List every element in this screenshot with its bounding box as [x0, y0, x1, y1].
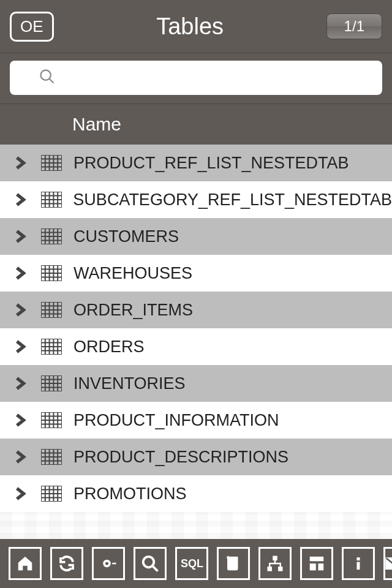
- search-icon: [39, 68, 56, 88]
- svg-text:SQL: SQL: [181, 557, 203, 570]
- table-grid-icon: [37, 228, 66, 244]
- table-name: WAREHOUSES: [74, 264, 192, 283]
- structure-button[interactable]: [258, 547, 292, 580]
- table-grid-icon: [37, 155, 66, 171]
- table-name: SUBCATEGORY_REF_LIST_NESTEDTAB: [73, 190, 392, 209]
- table-row[interactable]: SUBCATEGORY_REF_LIST_NESTEDTAB: [0, 181, 392, 218]
- refresh-button[interactable]: [50, 547, 83, 580]
- chevron-right-icon: [7, 411, 32, 429]
- table-name: ORDER_ITEMS: [74, 301, 193, 320]
- page-indicator-text: 1/1: [344, 18, 364, 34]
- svg-line-86: [153, 566, 158, 571]
- table-grid-icon: [37, 339, 66, 355]
- svg-rect-95: [357, 562, 360, 570]
- schema-button[interactable]: OE: [10, 12, 54, 42]
- table-name: PRODUCT_DESCRIPTIONS: [74, 448, 288, 467]
- scroll-icon: [224, 554, 243, 573]
- info-button[interactable]: [342, 547, 375, 580]
- table-row[interactable]: INVENTORIES: [0, 365, 392, 402]
- settings-button[interactable]: [92, 547, 125, 580]
- table-grid-icon: [37, 486, 66, 502]
- home-button[interactable]: [9, 547, 42, 580]
- svg-point-85: [143, 557, 154, 568]
- chevron-right-icon: [7, 190, 32, 209]
- table-row[interactable]: PRODUCT_DESCRIPTIONS: [0, 439, 392, 475]
- table-row[interactable]: WAREHOUSES: [0, 255, 392, 292]
- search-input[interactable]: [56, 70, 353, 86]
- home-icon: [16, 554, 34, 573]
- mail-button[interactable]: [383, 547, 392, 580]
- chevron-right-icon: [7, 301, 32, 319]
- search-input-wrap[interactable]: [10, 61, 382, 95]
- list-filler: [0, 512, 392, 539]
- table-row[interactable]: ORDER_ITEMS: [0, 292, 392, 328]
- header-bar: OE Tables 1/1: [0, 0, 392, 53]
- search-button[interactable]: [134, 547, 167, 580]
- svg-rect-88: [273, 556, 277, 561]
- chevron-right-icon: [7, 448, 32, 466]
- svg-line-1: [49, 79, 53, 83]
- chevron-right-icon: [7, 154, 32, 172]
- svg-rect-89: [268, 567, 273, 571]
- svg-rect-84: [112, 563, 116, 565]
- info-icon: [349, 554, 368, 573]
- column-header-name: Name: [0, 104, 392, 145]
- table-list: PRODUCT_REF_LIST_NESTEDTABSUBCATEGORY_RE…: [0, 145, 392, 512]
- gear-icon: [99, 554, 118, 573]
- table-row[interactable]: ORDERS: [0, 328, 392, 365]
- svg-rect-91: [310, 557, 324, 562]
- svg-point-0: [40, 70, 50, 80]
- table-grid-icon: [37, 192, 66, 208]
- table-grid-icon: [37, 449, 66, 465]
- svg-rect-94: [357, 557, 360, 560]
- table-name: PRODUCT_INFORMATION: [74, 411, 279, 430]
- svg-rect-93: [318, 564, 324, 570]
- schema-label: OE: [20, 17, 43, 36]
- table-row[interactable]: PRODUCT_INFORMATION: [0, 402, 392, 439]
- page-title: Tables: [156, 13, 224, 40]
- table-name: ORDERS: [74, 337, 145, 356]
- table-grid-icon: [37, 412, 66, 428]
- sql-icon: SQL: [179, 554, 204, 573]
- layout-icon: [307, 554, 326, 573]
- structure-icon: [266, 554, 284, 573]
- chevron-right-icon: [7, 484, 32, 503]
- magnifier-icon: [141, 554, 159, 573]
- mail-icon: [385, 554, 393, 573]
- table-name: INVENTORIES: [74, 374, 186, 393]
- chevron-right-icon: [7, 227, 32, 246]
- table-row[interactable]: PRODUCT_REF_LIST_NESTEDTAB: [0, 145, 392, 181]
- table-grid-icon: [37, 302, 66, 318]
- table-row[interactable]: CUSTOMERS: [0, 218, 392, 255]
- table-grid-icon: [37, 265, 66, 281]
- table-row[interactable]: PROMOTIONS: [0, 475, 392, 512]
- svg-rect-92: [310, 564, 316, 570]
- chevron-right-icon: [7, 337, 32, 356]
- sql-button[interactable]: SQL: [175, 547, 208, 580]
- layout-button[interactable]: [300, 547, 333, 580]
- chevron-right-icon: [7, 264, 32, 282]
- svg-point-83: [105, 562, 108, 565]
- search-bar-row: [0, 53, 392, 104]
- table-name: CUSTOMERS: [74, 227, 179, 246]
- chevron-right-icon: [7, 374, 32, 393]
- script-button[interactable]: [217, 547, 250, 580]
- column-header-name-text: Name: [72, 114, 121, 134]
- svg-rect-90: [278, 567, 283, 571]
- bottom-toolbar: SQL: [0, 539, 392, 588]
- table-grid-icon: [37, 375, 66, 391]
- page-indicator[interactable]: 1/1: [326, 13, 382, 39]
- table-name: PROMOTIONS: [74, 484, 187, 503]
- refresh-icon: [58, 554, 76, 573]
- table-name: PRODUCT_REF_LIST_NESTEDTAB: [74, 154, 349, 173]
